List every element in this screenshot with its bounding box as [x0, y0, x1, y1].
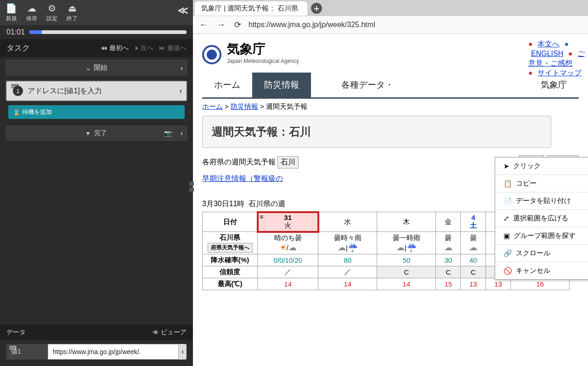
splitter-handle[interactable] — [189, 181, 194, 194]
ctx-expand-sel[interactable]: ⤢選択範囲を広げる — [495, 210, 588, 227]
breadcrumb: ホーム > 防災情報 > 週間天気予報 — [202, 102, 579, 111]
back-button[interactable]: ← — [198, 18, 209, 32]
top-links: ● 本文へ ● ENGLISH ● ご意見・ご感想 ● サイトマップ — [528, 39, 588, 78]
jma-logo-icon — [202, 45, 221, 64]
new-button[interactable]: 📄新規 — [6, 3, 17, 23]
new-tab-button[interactable]: ＋ — [311, 3, 322, 14]
chevrons-down-icon: ⌄ — [85, 64, 91, 72]
collapse-sidebar-icon[interactable]: ≪ — [178, 5, 188, 17]
keyboard-icon: ⌨ — [11, 83, 19, 90]
reload-button[interactable]: ⟳ — [232, 18, 243, 32]
exit-button[interactable]: ⏏︎終了 — [67, 3, 78, 23]
start-card[interactable]: ⌄ 開始 ‹ — [6, 60, 187, 76]
viewer-button[interactable]: 👁ビューア — [153, 328, 187, 337]
data-field-row: ⌨値1 https://www.jma.go.jp/jp/week/. ‹ — [6, 344, 187, 360]
ctx-copy[interactable]: 📋コピー — [495, 175, 588, 192]
nav-next[interactable]: ⏵次へ — [134, 44, 153, 52]
pref-forecast-button[interactable]: 府県天気予報へ — [208, 243, 253, 253]
chevron-left-icon: ‹ — [181, 64, 183, 72]
save-button[interactable]: ☁︎保存 — [26, 3, 37, 23]
flag-icon: ▾ — [86, 130, 90, 137]
ctx-scroll[interactable]: 🔗スクロール — [495, 245, 588, 262]
keyboard-icon: ⌨ — [9, 345, 17, 351]
step-1[interactable]: ⌨ 1 アドレスに[値1]を入力 ‹ — [6, 80, 187, 101]
link-icon: 🔗 — [503, 249, 512, 258]
settings-button[interactable]: ⚙設定 — [46, 3, 57, 23]
chevron-left-icon: ‹ — [181, 130, 183, 137]
cloud-upload-icon: ☁︎ — [27, 3, 36, 14]
page-body: 気象庁 Japan Meteorological Agency ● 本文へ ● … — [193, 34, 588, 366]
browser-tab[interactable]: 気象庁 | 週間天気予報： 石川県 — [195, 1, 307, 16]
sidebar-toolbar: 📄新規 ☁︎保存 ⚙設定 ⏏︎終了 ≪ — [0, 0, 193, 25]
progress-row: 01:01 — [0, 25, 193, 39]
nav-home[interactable]: ホーム — [202, 73, 252, 97]
context-menu-main: ➤クリック 📋コピー 📄データを貼り付け ⤢選択範囲を広げる ▣グループ範囲を探… — [495, 157, 588, 280]
copy-icon: 📋 — [503, 180, 512, 188]
page-title: 週間天気予報：石川 — [212, 124, 542, 139]
browser-tabbar: 気象庁 | 週間天気予報： 石川県 ＋ — [193, 0, 588, 16]
ctx-paste[interactable]: 📄データを貼り付け — [495, 192, 588, 210]
pref-select[interactable]: 石川 — [277, 156, 299, 169]
timer: 01:01 — [6, 28, 25, 36]
main-nav: ホーム 防災情報 各種データ・ 気象庁 — [202, 73, 579, 99]
english-link[interactable]: ENGLISH — [531, 50, 563, 57]
done-card[interactable]: ▾完了 📷 ‹ — [6, 125, 187, 141]
sitemap-link[interactable]: サイトマップ — [537, 69, 582, 77]
url-value-input[interactable]: https://www.jma.go.jp/jp/week/. — [48, 344, 179, 360]
ban-icon: 🚫 — [503, 267, 512, 275]
expand-icon: ⤢ — [503, 214, 509, 223]
add-wait-button[interactable]: ⌛待機を追加 — [8, 105, 185, 119]
chevron-left-icon: ‹ — [180, 87, 182, 95]
ctx-group[interactable]: ▣グループ範囲を探す — [495, 227, 588, 245]
gear-icon: ⚙ — [48, 3, 56, 14]
body-link[interactable]: 本文へ — [537, 40, 560, 48]
progress-bar[interactable] — [29, 30, 187, 34]
agency-title: 気象庁 — [227, 40, 299, 58]
file-icon: 📄 — [6, 3, 17, 14]
paste-icon: 📄 — [503, 197, 512, 205]
browser-pane: 気象庁 | 週間天気予報： 石川県 ＋ ← → ⟳ https://www.jm… — [193, 0, 588, 366]
region-box: 週間天気予報：石川 — [202, 116, 551, 148]
url-field[interactable]: https://www.jma.go.jp/jp/week/325.html — [249, 21, 583, 29]
tasks-header: タスク ⏮ 最初へ ⏵次へ ⏭ 最後へ — [0, 39, 193, 57]
today-cell[interactable]: ≡ 31火 — [258, 212, 318, 232]
ctx-click[interactable]: ➤クリック — [495, 158, 588, 175]
sidebar-panel: 📄新規 ☁︎保存 ⚙設定 ⏏︎終了 ≪ 01:01 タスク ⏮ 最初へ ⏵次へ … — [0, 0, 193, 366]
eye-icon: 👁 — [153, 329, 159, 336]
camera-icon[interactable]: 📷 — [164, 130, 172, 137]
expand-field-icon[interactable]: ‹ — [179, 344, 187, 360]
forward-button[interactable]: → — [215, 18, 227, 32]
hourglass-icon: ⌛ — [13, 109, 20, 116]
ctx-cancel[interactable]: 🚫キャンセル — [495, 262, 588, 279]
group-icon: ▣ — [503, 232, 510, 240]
nav-bosai[interactable]: 防災情報 — [252, 73, 311, 97]
nav-last[interactable]: ⏭ 最後へ — [159, 44, 187, 52]
exit-icon: ⏏︎ — [68, 3, 77, 14]
urlbar: ← → ⟳ https://www.jma.go.jp/jp/week/325.… — [193, 16, 588, 34]
nav-first[interactable]: ⏮ 最初へ — [101, 44, 129, 52]
nav-data[interactable]: 各種データ・ — [329, 73, 406, 97]
cursor-icon: ➤ — [503, 162, 509, 170]
data-section-header: データ 👁ビューア — [0, 325, 193, 340]
